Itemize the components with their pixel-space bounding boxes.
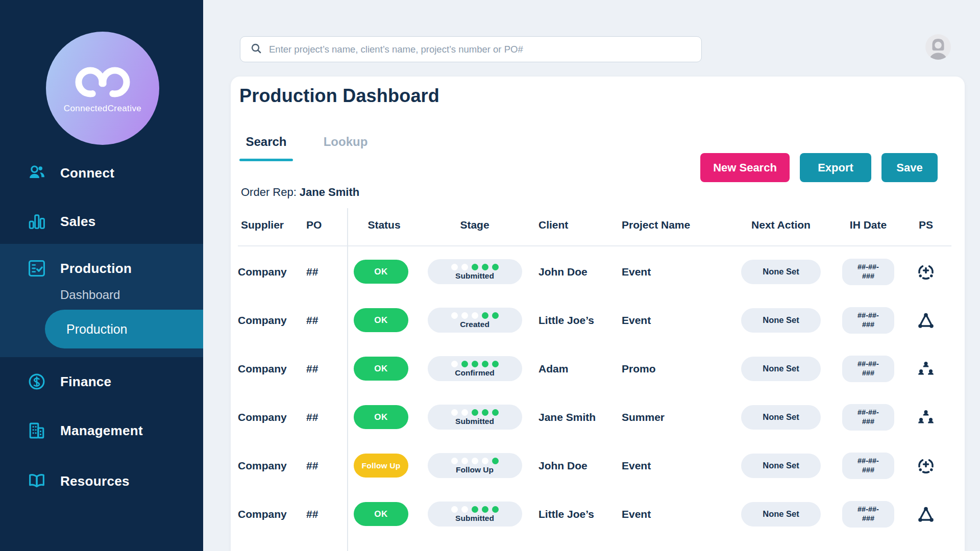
- stage-progress: Created: [428, 308, 522, 333]
- stage-dot: [472, 458, 478, 464]
- table-body: Company ## OK Submitted John Doe Event N…: [231, 247, 965, 538]
- status-cell: OK: [347, 247, 421, 296]
- stage-dots: [451, 264, 499, 270]
- export-button[interactable]: Export: [800, 153, 871, 182]
- next-action-cell: None Set: [730, 393, 832, 441]
- po-cell: ##: [306, 247, 347, 296]
- stage-dot: [461, 458, 468, 464]
- table-row[interactable]: Company ## OK Created Little Joe’s Event…: [231, 296, 965, 344]
- stage-dot: [451, 409, 458, 416]
- column-header-ih-date: IH Date: [832, 213, 904, 237]
- order-rep: Order Rep:Jane Smith: [241, 186, 359, 199]
- stage-dots: [451, 458, 499, 464]
- column-header-client: Client: [528, 213, 611, 237]
- stage-dot: [451, 264, 458, 270]
- status-badge: OK: [354, 260, 408, 284]
- table-row[interactable]: Company ## OK Submitted John Doe Event N…: [231, 247, 965, 296]
- project-name-cell: Summer: [611, 393, 730, 441]
- supplier-cell: Company: [238, 490, 306, 538]
- sidebar-production-section: Production Dashboard Production: [0, 244, 203, 357]
- next-action-badge[interactable]: None Set: [741, 308, 821, 333]
- table-row[interactable]: Company ## OK Submitted Jane Smith Summe…: [231, 393, 965, 441]
- po-cell: ##: [306, 441, 347, 490]
- stage-dot: [461, 312, 468, 319]
- sidebar-item-management[interactable]: Management: [0, 416, 203, 445]
- brand-logo[interactable]: ConnectedCreative: [46, 32, 159, 145]
- tab-lookup[interactable]: Lookup: [317, 132, 374, 161]
- sidebar-item-label: Sales: [60, 214, 95, 230]
- sidebar-item-label: Production: [60, 261, 132, 277]
- column-header-stage: Stage: [421, 213, 528, 237]
- ih-date-cell: ##-##- ###: [832, 393, 904, 441]
- next-action-badge[interactable]: None Set: [741, 405, 821, 430]
- triangle-network-icon[interactable]: [917, 505, 935, 523]
- sidebar-item-sales[interactable]: Sales: [0, 207, 203, 236]
- tab-search[interactable]: Search: [239, 132, 293, 161]
- sidebar-item-label: Finance: [60, 374, 111, 390]
- column-header-project-name: Project Name: [611, 213, 730, 237]
- stage-label: Submitted: [455, 417, 494, 425]
- book-icon: [27, 471, 47, 491]
- stage-label: Created: [460, 320, 489, 329]
- stage-label: Submitted: [455, 514, 494, 522]
- next-action-cell: None Set: [730, 296, 832, 344]
- sidebar-item-finance[interactable]: Finance: [0, 367, 203, 396]
- target-plus-icon[interactable]: [917, 457, 935, 475]
- triangle-network-icon[interactable]: [917, 311, 935, 330]
- next-action-badge[interactable]: None Set: [741, 357, 821, 381]
- stage-cell: Confirmed: [421, 344, 528, 393]
- client-cell: Adam: [528, 344, 611, 393]
- po-cell: ##: [306, 490, 347, 538]
- sidebar-item-production[interactable]: Production: [0, 254, 203, 283]
- column-header-supplier: Supplier: [238, 213, 306, 237]
- stage-label: Follow Up: [456, 466, 494, 474]
- ih-date-cell: ##-##- ###: [832, 490, 904, 538]
- table-row[interactable]: Company ## OK Confirmed Adam Promo None …: [231, 344, 965, 393]
- stage-dot: [492, 506, 499, 513]
- sidebar-item-label: Management: [60, 423, 143, 439]
- search-input[interactable]: [262, 44, 701, 55]
- stage-dot: [492, 409, 499, 416]
- save-button[interactable]: Save: [881, 153, 938, 182]
- stage-dot: [461, 264, 468, 270]
- next-action-badge[interactable]: None Set: [741, 260, 821, 284]
- status-cell: Follow Up: [347, 441, 421, 490]
- supplier-cell: Company: [238, 344, 306, 393]
- status-badge: OK: [354, 308, 408, 332]
- stage-label: Submitted: [455, 272, 494, 280]
- sidebar-item-resources[interactable]: Resources: [0, 466, 203, 496]
- user-avatar[interactable]: [925, 34, 951, 60]
- status-badge: OK: [354, 405, 408, 429]
- stage-dot: [451, 361, 458, 367]
- ih-date-badge: ##-##- ###: [842, 501, 894, 528]
- checklist-icon: [27, 258, 47, 279]
- people-hierarchy-icon[interactable]: [917, 408, 935, 427]
- stage-dot: [482, 312, 488, 319]
- next-action-cell: None Set: [730, 247, 832, 296]
- target-plus-icon[interactable]: [917, 263, 935, 281]
- stage-dot: [482, 409, 488, 416]
- next-action-badge[interactable]: None Set: [741, 502, 821, 527]
- stage-dot: [472, 361, 478, 367]
- supplier-cell: Company: [238, 393, 306, 441]
- column-header-ps: PS: [904, 213, 947, 237]
- order-rep-value: Jane Smith: [300, 186, 359, 198]
- sidebar-subitem-dashboard[interactable]: Dashboard: [60, 288, 120, 302]
- next-action-cell: None Set: [730, 441, 832, 490]
- ih-date-badge: ##-##- ###: [842, 259, 894, 285]
- client-cell: John Doe: [528, 441, 611, 490]
- column-header-next-action: Next Action: [730, 213, 832, 237]
- infinity-logo-icon: [69, 63, 136, 103]
- sidebar-item-connect[interactable]: Connect: [0, 158, 203, 188]
- table-header: Supplier PO Status Stage Client Project …: [231, 213, 965, 237]
- status-cell: OK: [347, 393, 421, 441]
- people-hierarchy-icon[interactable]: [917, 360, 935, 378]
- search-icon: [251, 43, 262, 56]
- stage-dot: [472, 409, 478, 416]
- sidebar-subitem-production-selected[interactable]: Production: [45, 310, 203, 348]
- new-search-button[interactable]: New Search: [700, 153, 790, 182]
- table-header-divider: [238, 245, 951, 246]
- next-action-badge[interactable]: None Set: [741, 454, 821, 478]
- table-row[interactable]: Company ## Follow Up Follow Up John Doe …: [231, 441, 965, 490]
- table-row[interactable]: Company ## OK Submitted Little Joe’s Eve…: [231, 490, 965, 538]
